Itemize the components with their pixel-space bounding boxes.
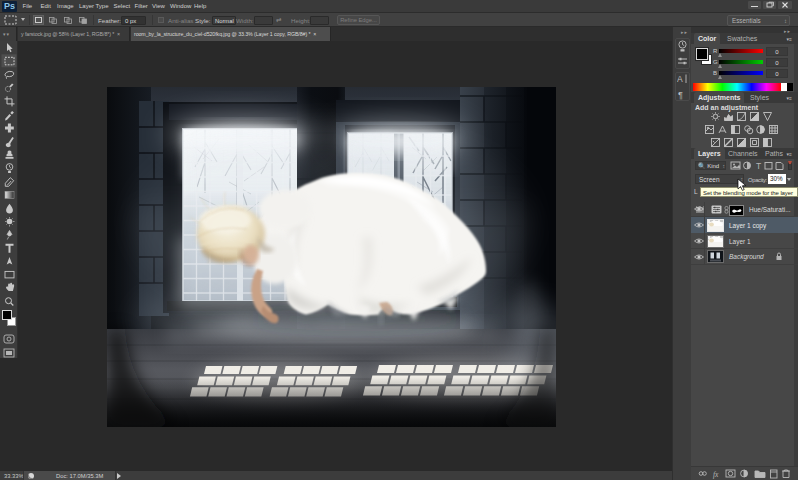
svg-text:T: T [756, 161, 761, 171]
svg-text:fx: fx [713, 470, 719, 479]
svg-text:A: A [677, 74, 683, 84]
svg-text:¶: ¶ [678, 90, 683, 100]
